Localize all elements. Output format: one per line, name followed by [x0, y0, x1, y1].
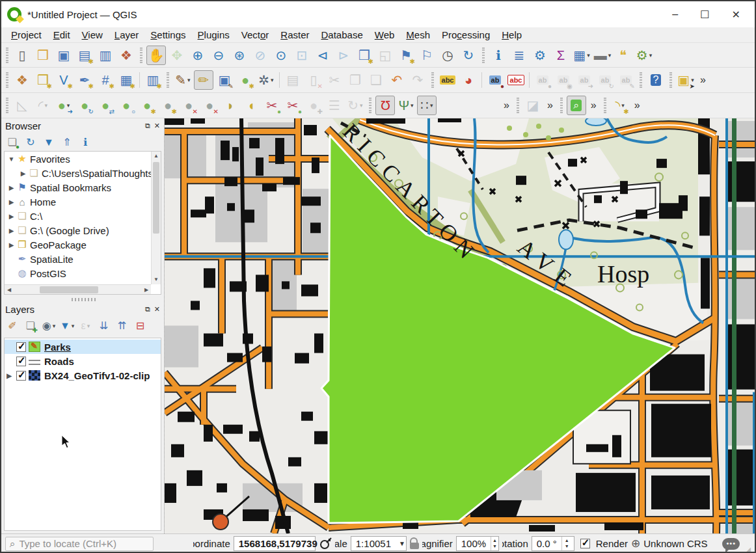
expander-icon[interactable]: ▶ — [7, 198, 16, 206]
menu-help[interactable]: Help — [496, 29, 528, 41]
pin-labels-button[interactable]: ab● — [485, 70, 505, 90]
layer-labeling-options-button[interactable]: abc — [438, 70, 457, 90]
statistics-panel-button[interactable]: Σ — [551, 46, 571, 65]
refresh-browser-button[interactable]: ↻ — [23, 135, 38, 150]
zoom-in-button[interactable]: ⊕ — [188, 46, 208, 65]
scale-combo[interactable]: 1:10051▼ — [351, 536, 407, 551]
style-manager-button[interactable]: ❖ — [116, 46, 136, 65]
manage-map-themes-button[interactable]: ◉▾ — [41, 318, 57, 334]
reshape-features-button[interactable]: ◗ — [221, 96, 240, 115]
dropdown-arrow-icon[interactable]: ▾ — [430, 102, 433, 109]
expander-icon[interactable]: ▼ — [7, 155, 16, 163]
select-features-button[interactable]: ▣➤▾ — [676, 70, 695, 90]
layer-visibility-checkbox[interactable]: ✓ — [16, 357, 26, 366]
enable-snapping-button[interactable]: Ω — [375, 96, 395, 115]
new-gpx-layer-button[interactable]: ▦✱ — [116, 70, 136, 90]
save-layer-edits-button[interactable]: ▣✎ — [215, 70, 234, 90]
dropdown-arrow-icon[interactable]: ▾ — [649, 52, 653, 59]
minimize-button[interactable]: – — [672, 8, 678, 20]
new-shapefile-layer-button[interactable]: V✱ — [54, 70, 74, 90]
lock-scale-icon[interactable] — [410, 543, 419, 549]
open-layer-styling-button[interactable]: ✐ — [5, 318, 20, 334]
add-polygon-feature-button[interactable]: ●✱ — [236, 70, 255, 90]
menu-layer[interactable]: Layer — [109, 29, 145, 41]
snapping-type-button[interactable]: Ψ▾ — [396, 96, 416, 115]
refresh-map-button[interactable]: ↻ — [459, 46, 478, 65]
map-canvas[interactable]: RICCARTON AVE Hosp — [165, 118, 756, 533]
menu-mesh[interactable]: Mesh — [400, 29, 436, 41]
browser-item-postgis[interactable]: ◍PostGIS — [5, 266, 151, 280]
toolbar-grip[interactable] — [517, 98, 519, 113]
toolbar-grip[interactable] — [560, 98, 563, 113]
browser-item-spatialite[interactable]: ✒SpatiaLite — [5, 252, 151, 266]
crs-status[interactable]: Unknown CRS — [643, 538, 707, 549]
zoom-full-button[interactable]: ⊛ — [230, 46, 249, 65]
spinner-arrows-icon[interactable]: ▲▼ — [561, 537, 572, 550]
browser-properties-button[interactable]: ℹ — [77, 135, 93, 150]
panel-splitter-grip[interactable] — [72, 298, 96, 301]
browser-item-favorites-folder[interactable]: ▶❏C:\Users\SpatialThoughts — [5, 166, 151, 180]
pan-map-button[interactable]: ✋ — [146, 46, 166, 65]
toolbar-grip[interactable] — [140, 47, 142, 63]
toolbar-overflow-button[interactable]: » — [547, 100, 553, 111]
dropdown-arrow-icon[interactable]: ▾ — [87, 323, 90, 329]
save-project-button[interactable]: ▣ — [54, 46, 74, 65]
statistical-summary-button[interactable]: ≣ — [509, 46, 529, 65]
split-features-button[interactable]: ✂● — [262, 96, 282, 115]
dropdown-arrow-icon[interactable]: ▾ — [187, 77, 191, 83]
toolbar-grip[interactable] — [482, 47, 485, 63]
show-spatial-bookmarks-button[interactable]: ⚐ — [417, 46, 437, 65]
layer-visibility-checkbox[interactable]: ✓ — [16, 371, 26, 381]
show-layout-manager-button[interactable]: ▥ — [96, 46, 115, 65]
delete-part-button[interactable]: ●✕ — [200, 96, 219, 115]
open-project-button[interactable]: ❒ — [33, 46, 53, 65]
new-mesh-layer-button[interactable]: #✱ — [96, 70, 115, 90]
filter-legend-button[interactable]: ▼▾ — [59, 318, 75, 334]
layer-roads[interactable]: ✓Roads — [5, 354, 161, 368]
layer-diagram-options-button[interactable]: ◕ — [459, 70, 478, 90]
dropdown-arrow-icon[interactable]: ▾ — [45, 102, 48, 109]
coordinate-input[interactable]: 1568168,5179739 — [234, 536, 316, 551]
browser-item-geopackage[interactable]: ▶❒GeoPackage — [5, 237, 151, 252]
remove-layer-button[interactable]: ⊟ — [132, 318, 148, 334]
magnifier-spinner[interactable]: 100% ▲▼ — [456, 536, 499, 551]
help-button[interactable]: ? — [646, 70, 666, 90]
add-selected-layers-button[interactable]: ❏● — [5, 135, 20, 150]
toolbar-grip[interactable] — [669, 72, 672, 88]
shape-digitizing-button[interactable]: ◝✱▾ — [610, 96, 630, 115]
menu-vector[interactable]: Vector — [236, 29, 275, 41]
dropdown-arrow-icon[interactable]: ▾ — [360, 102, 363, 109]
browser-item-c-drive[interactable]: ▶❏C:\ — [5, 209, 151, 223]
browser-close-button[interactable]: ✕ — [154, 122, 160, 130]
toolbar-grip[interactable] — [431, 72, 434, 88]
dropdown-arrow-icon[interactable]: ▾ — [608, 52, 612, 59]
toolbar-grip[interactable] — [640, 72, 642, 88]
expander-icon[interactable]: ▶ — [5, 372, 14, 379]
toolbar-grip[interactable] — [6, 72, 8, 88]
toggle-editing-button[interactable]: ✏ — [194, 70, 213, 90]
menu-edit[interactable]: Edit — [47, 29, 76, 41]
show-hide-labels-button[interactable]: abc — [506, 70, 526, 90]
dropdown-arrow-icon[interactable]: ▾ — [53, 323, 56, 329]
layer-parks[interactable]: ✓✎Parks — [5, 340, 161, 354]
menu-plugins[interactable]: Plugins — [192, 29, 236, 41]
add-group-button[interactable]: ❏✚ — [23, 318, 38, 334]
open-attribute-table-button[interactable]: ▦▾ — [572, 46, 591, 65]
layer-raster[interactable]: ▶✓BX24_GeoTifv1-02-clip — [5, 368, 161, 383]
browser-item-spatial-bookmarks[interactable]: ▶⚑Spatial Bookmarks — [5, 180, 151, 195]
zoom-to-layer-button[interactable]: ⊙ — [271, 46, 291, 65]
toolbar-overflow-button[interactable]: » — [504, 100, 509, 111]
map-tips-button[interactable]: ❝ — [614, 46, 633, 65]
add-ring-button[interactable]: ●○ — [116, 96, 136, 115]
collapse-all-layers-button[interactable]: ⇈ — [114, 318, 129, 334]
filter-browser-button[interactable]: ▼ — [41, 135, 57, 150]
close-button[interactable]: ✕ — [732, 8, 740, 21]
browser-float-button[interactable]: ⧉ — [145, 122, 150, 130]
extents-tracking-icon[interactable] — [319, 537, 332, 550]
delete-ring-button[interactable]: ●✕ — [179, 96, 198, 115]
layers-close-button[interactable]: ✕ — [154, 305, 160, 314]
locator-search-input[interactable]: ⌕ Type to locate (Ctrl+K) — [5, 537, 154, 551]
fill-ring-button[interactable]: ●✱ — [158, 96, 178, 115]
offset-curve-button[interactable]: ◖ — [241, 96, 261, 115]
menu-view[interactable]: View — [76, 29, 109, 41]
